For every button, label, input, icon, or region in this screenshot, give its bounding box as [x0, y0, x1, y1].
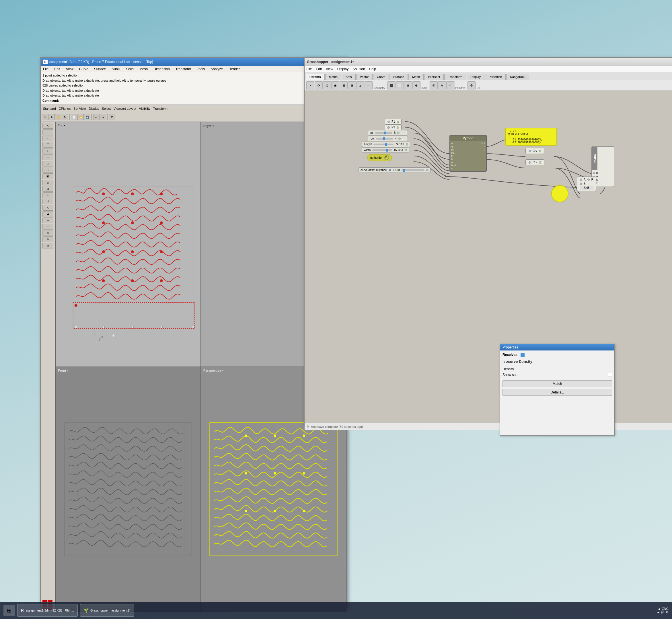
- tab-vector[interactable]: Vector: [356, 74, 373, 80]
- trim-btn[interactable]: ✂: [43, 217, 53, 223]
- extrude-btn[interactable]: ⊞: [43, 186, 53, 192]
- p1-param-node[interactable]: P1: [385, 119, 402, 125]
- menu-file[interactable]: File: [42, 67, 50, 71]
- osnap-tool[interactable]: ⊡: [109, 114, 115, 120]
- gh-menu-file[interactable]: File: [306, 67, 312, 71]
- toolbar-viewport-layout[interactable]: Viewport Layout: [112, 106, 137, 111]
- circle-btn[interactable]: ○: [43, 148, 53, 154]
- surface-btn[interactable]: ⬚: [43, 167, 53, 173]
- crv-node-2[interactable]: Crv: [526, 159, 544, 165]
- menu-dimension[interactable]: Dimension: [152, 67, 171, 71]
- arc-btn[interactable]: ⌢: [43, 154, 53, 160]
- input-btn-4[interactable]: ⊖: [413, 81, 421, 89]
- no-border-toggle[interactable]: no border ▼: [367, 154, 392, 161]
- ab-node[interactable]: A R B A=B: [577, 177, 596, 191]
- primitive-btn-3[interactable]: ✓: [446, 81, 454, 89]
- show-su-checkbox[interactable]: [608, 373, 612, 377]
- geometry-btn-3[interactable]: ⊙: [323, 81, 331, 89]
- tab-mesh[interactable]: Mesh: [409, 74, 424, 80]
- geometry-btn-5[interactable]: ⊞: [340, 81, 348, 89]
- menu-solid[interactable]: Solid: [125, 67, 135, 71]
- gh-menu-help[interactable]: Help: [369, 67, 376, 71]
- scale-btn[interactable]: ⤡: [43, 205, 53, 211]
- details-button[interactable]: Details...: [502, 389, 612, 396]
- primitive-btn-2[interactable]: A: [438, 81, 446, 89]
- tab-surface[interactable]: Surface: [389, 74, 408, 80]
- row-slider-track[interactable]: [376, 138, 393, 140]
- line-btn[interactable]: /: [43, 136, 53, 141]
- geometry-btn-6[interactable]: ⊟: [348, 81, 356, 89]
- extend-btn[interactable]: ↔: [43, 224, 53, 229]
- viewport-top[interactable]: Top ▾: [56, 122, 200, 367]
- menu-analyze[interactable]: Analyze: [209, 67, 224, 71]
- row-slider-node[interactable]: row 4: [368, 136, 408, 141]
- select-tool[interactable]: ↖: [42, 114, 48, 120]
- input-btn-3[interactable]: ⊕: [404, 81, 412, 89]
- viewport-front[interactable]: Front ▾: [56, 367, 200, 612]
- save-tool[interactable]: 💾: [84, 114, 90, 120]
- menu-mesh[interactable]: Mesh: [138, 67, 149, 71]
- curve-offset-slider-node[interactable]: curve offset distance 0.500: [359, 167, 430, 173]
- geometry-btn-7[interactable]: ⊿: [356, 81, 364, 89]
- col-slider-track[interactable]: [375, 132, 392, 134]
- tab-pufferfish[interactable]: Pufferfish: [485, 74, 506, 80]
- select-btn[interactable]: ↖: [43, 123, 53, 129]
- tab-params[interactable]: Params: [306, 74, 325, 80]
- move-btn[interactable]: ✛: [43, 192, 53, 198]
- gh-menu-edit[interactable]: Edit: [316, 67, 322, 71]
- height-slider-track[interactable]: [373, 144, 393, 145]
- yellow-display-node[interactable]: [551, 185, 568, 202]
- menu-tools[interactable]: Tools: [196, 67, 206, 71]
- toolbar-visibility[interactable]: Visibility: [138, 106, 152, 111]
- toolbar-transform[interactable]: Transform: [152, 106, 169, 111]
- toolbar-display[interactable]: Display: [87, 106, 100, 111]
- tab-transform[interactable]: Transform: [444, 74, 466, 80]
- menu-surface[interactable]: Surface: [93, 67, 107, 71]
- taskbar-item-rhino[interactable]: R assignment1.3dm (92 KB) - Rhin...: [17, 604, 78, 617]
- col-slider-node[interactable]: col 5: [368, 130, 408, 136]
- match-button[interactable]: Match: [502, 380, 612, 387]
- menu-curve[interactable]: Curve: [78, 67, 89, 71]
- open-tool[interactable]: 📂: [77, 114, 84, 120]
- rotate-btn[interactable]: ↺: [43, 199, 53, 204]
- width-slider-node[interactable]: width 87.433: [362, 147, 409, 153]
- new-tool[interactable]: 📄: [71, 114, 77, 120]
- point-btn[interactable]: ·: [43, 129, 53, 135]
- undo-tool[interactable]: ↩: [93, 114, 100, 120]
- mirror-btn[interactable]: ⇌: [43, 211, 53, 217]
- width-slider-track[interactable]: [372, 149, 392, 151]
- start-button[interactable]: ⊞: [3, 605, 15, 616]
- rect-btn[interactable]: □: [43, 161, 53, 166]
- tab-curve[interactable]: Curve: [373, 74, 389, 80]
- input-btn-2[interactable]: ⬜: [396, 81, 404, 89]
- redo-tool[interactable]: ↪: [100, 114, 106, 120]
- toolbar-cplanes[interactable]: CPlanes: [58, 106, 72, 111]
- p2-param-node[interactable]: P2: [385, 124, 402, 130]
- rotate-tool[interactable]: ↻: [62, 114, 68, 120]
- taskbar-item-gh[interactable]: 🌱 Grasshopper - assignment1*: [80, 604, 134, 617]
- toolbar-select[interactable]: Select: [101, 106, 112, 111]
- tab-kangaroo[interactable]: Kangaroo2: [506, 74, 529, 80]
- gh-menu-display[interactable]: Display: [337, 67, 349, 71]
- geometry-btn-4[interactable]: ◉: [331, 81, 339, 89]
- gh-menu-solution[interactable]: Solution: [353, 67, 365, 71]
- polyline-btn[interactable]: ⌒: [43, 142, 53, 148]
- menu-transform[interactable]: Transform: [174, 67, 192, 71]
- box-btn[interactable]: ▣: [43, 174, 53, 179]
- pan-tool[interactable]: ✋: [55, 114, 61, 120]
- curve-offset-track[interactable]: [402, 169, 424, 171]
- height-slider-node[interactable]: height 74.113: [362, 142, 410, 147]
- menu-view[interactable]: View: [65, 67, 74, 71]
- sphere-btn[interactable]: ◎: [43, 180, 53, 186]
- input-btn-1[interactable]: ⬛: [387, 81, 395, 89]
- tab-maths[interactable]: Maths: [325, 74, 341, 80]
- tab-intersect[interactable]: Intersect: [424, 74, 444, 80]
- yellow-output-node[interactable]: (0;0) 0 hello world { -21.73102670040899…: [505, 128, 557, 146]
- gh-canvas[interactable]: P1 P2 col 5 row 4 h: [305, 90, 672, 423]
- tab-display[interactable]: Display: [467, 74, 484, 80]
- geometry-btn-1[interactable]: ×: [306, 81, 314, 89]
- crv-node-1[interactable]: Crv: [526, 148, 544, 154]
- geometry-btn-8[interactable]: ⋯: [365, 81, 373, 89]
- menu-edit[interactable]: Edit: [53, 67, 61, 71]
- explode-btn[interactable]: ⊗: [43, 236, 53, 242]
